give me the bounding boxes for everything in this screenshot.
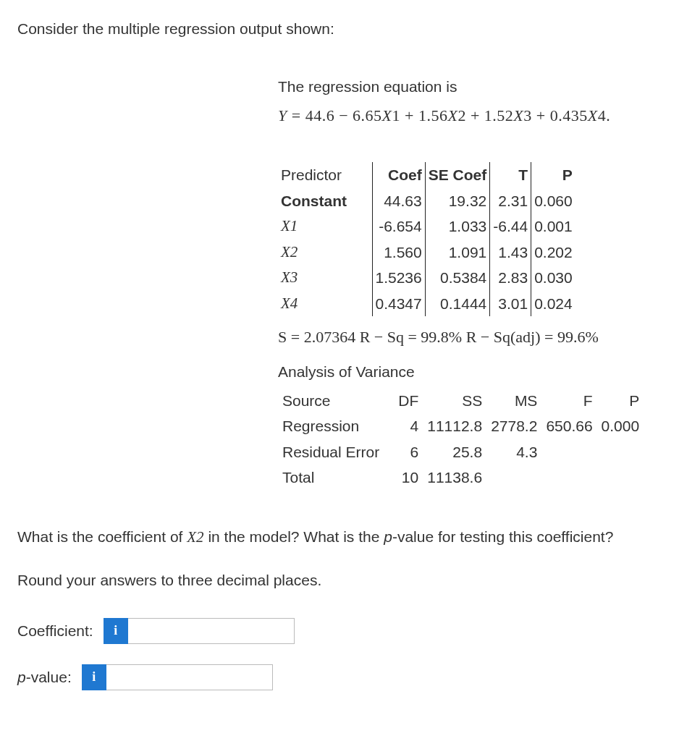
ss-cell: 11112.8 <box>423 413 486 439</box>
df-cell: 6 <box>394 439 423 465</box>
predictor-cell: X4 <box>278 291 372 317</box>
se-cell: 1.091 <box>425 240 490 266</box>
col-se: SE Coef <box>425 162 490 188</box>
anova-title: Analysis of Variance <box>278 360 683 384</box>
table-row: Total 10 11138.6 <box>278 465 644 491</box>
col-p: P <box>531 162 575 188</box>
source-cell: Total <box>278 465 394 491</box>
f-cell <box>541 439 596 465</box>
f-cell: 650.66 <box>541 413 596 439</box>
df-cell: 4 <box>394 413 423 439</box>
se-cell: 19.32 <box>425 188 490 214</box>
p-cell <box>597 465 644 491</box>
coefficient-label: Coefficient: <box>17 619 93 643</box>
t-cell: 1.43 <box>490 240 531 266</box>
coefficient-input[interactable] <box>128 618 295 644</box>
coef-cell: 1.560 <box>372 240 425 266</box>
se-cell: 0.5384 <box>425 265 490 291</box>
ss-cell: 11138.6 <box>423 465 486 491</box>
summary-stats: S = 2.07364 R − Sq = 99.8% R − Sq(adj) =… <box>278 325 683 349</box>
col-predictor: Predictor <box>278 162 372 188</box>
intro-text: Consider the multiple regression output … <box>17 17 683 41</box>
col-t: T <box>490 162 531 188</box>
coefficients-table: Predictor Coef SE Coef T P Constant 44.6… <box>278 162 575 316</box>
coef-cell: -6.654 <box>372 213 425 240</box>
ms-cell: 2778.2 <box>486 413 541 439</box>
coef-cell: 1.5236 <box>372 265 425 291</box>
table-row: X4 0.4347 0.1444 3.01 0.024 <box>278 291 575 317</box>
col-anova-p: P <box>597 388 644 414</box>
p-cell <box>597 439 644 465</box>
table-row: Regression 4 11112.8 2778.2 650.66 0.000 <box>278 413 644 439</box>
table-row: Constant 44.63 19.32 2.31 0.060 <box>278 188 575 214</box>
anova-table: Source DF SS MS F P Regression 4 11112.8… <box>278 388 644 491</box>
se-cell: 1.033 <box>425 213 490 240</box>
t-cell: 2.83 <box>490 265 531 291</box>
p-cell: 0.060 <box>531 188 575 214</box>
col-source: Source <box>278 388 394 414</box>
col-coef: Coef <box>372 162 425 188</box>
f-cell <box>541 465 596 491</box>
rounding-instruction: Round your answers to three decimal plac… <box>17 569 683 592</box>
coefficient-answer-row: Coefficient: i <box>17 618 683 644</box>
p-cell: 0.202 <box>531 240 575 266</box>
source-cell: Regression <box>278 413 394 439</box>
predictor-cell: X3 <box>278 265 372 291</box>
regression-equation: Y = 44.6 − 6.65X1 + 1.56X2 + 1.52X3 + 0.… <box>278 103 683 127</box>
ms-cell <box>486 465 541 491</box>
col-f: F <box>541 388 596 414</box>
regression-output-block: The regression equation is Y = 44.6 − 6.… <box>278 75 683 491</box>
table-row: X3 1.5236 0.5384 2.83 0.030 <box>278 265 575 291</box>
p-cell: 0.024 <box>531 291 575 317</box>
col-ms: MS <box>486 388 541 414</box>
df-cell: 10 <box>394 465 423 491</box>
info-icon[interactable]: i <box>82 664 106 690</box>
table-row: X2 1.560 1.091 1.43 0.202 <box>278 240 575 266</box>
info-icon[interactable]: i <box>104 618 128 644</box>
pvalue-label: p-value: <box>17 666 72 689</box>
coef-cell: 0.4347 <box>372 291 425 317</box>
ms-cell: 4.3 <box>486 439 541 465</box>
p-cell: 0.001 <box>531 213 575 240</box>
predictor-cell: X2 <box>278 240 372 266</box>
predictor-cell: X1 <box>278 213 372 240</box>
equation-intro: The regression equation is <box>278 75 683 98</box>
table-row: X1 -6.654 1.033 -6.44 0.001 <box>278 213 575 240</box>
pvalue-answer-row: p-value: i <box>17 664 683 690</box>
t-cell: -6.44 <box>490 213 531 240</box>
ss-cell: 25.8 <box>423 439 486 465</box>
coef-cell: 44.63 <box>372 188 425 214</box>
table-row: Residual Error 6 25.8 4.3 <box>278 439 644 465</box>
question-text: What is the coefficient of X2 in the mod… <box>17 525 683 549</box>
t-cell: 3.01 <box>490 291 531 317</box>
p-cell: 0.030 <box>531 265 575 291</box>
col-df: DF <box>394 388 423 414</box>
p-cell: 0.000 <box>597 413 644 439</box>
source-cell: Residual Error <box>278 439 394 465</box>
t-cell: 2.31 <box>490 188 531 214</box>
predictor-cell: Constant <box>278 188 372 214</box>
pvalue-input[interactable] <box>106 664 273 690</box>
col-ss: SS <box>423 388 486 414</box>
se-cell: 0.1444 <box>425 291 490 317</box>
